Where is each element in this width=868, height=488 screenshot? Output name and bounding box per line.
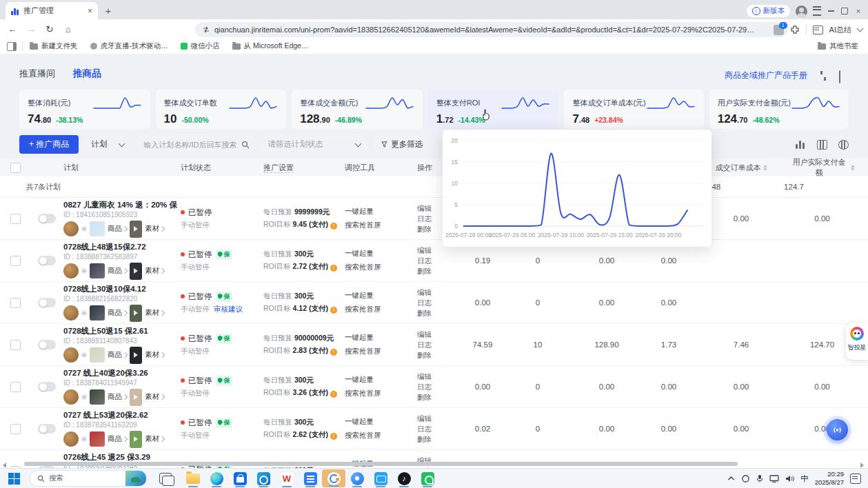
material-link[interactable]: 素材 <box>145 266 164 276</box>
new-tab-button[interactable]: + <box>101 3 116 18</box>
material-thumbnail[interactable] <box>130 389 142 406</box>
address-bar[interactable]: qianchuan.jinritemai.com/uni-prom?aavid=… <box>195 22 788 37</box>
assistant-widget[interactable]: 智投星 <box>846 323 868 360</box>
stat-card-3[interactable]: 整体支付ROI1.72-14.43% <box>428 90 559 129</box>
op-link[interactable]: 删除 <box>417 434 458 445</box>
back-button[interactable]: ← <box>6 23 19 35</box>
columns-icon[interactable] <box>817 140 827 150</box>
tool-link[interactable]: 搜索抢首屏 <box>345 347 417 356</box>
plan-toggle[interactable] <box>38 298 56 307</box>
browser-menu-icon[interactable] <box>813 6 821 16</box>
more-filters-button[interactable]: 更多筛选 <box>373 135 431 154</box>
taskbar-app-outlook[interactable] <box>252 469 275 488</box>
tool-link[interactable]: 一键起量 <box>345 375 417 385</box>
window-maximize-button[interactable] <box>840 7 849 15</box>
tool-link[interactable]: 搜索抢首屏 <box>345 389 417 398</box>
taskbar-app-browser-app[interactable] <box>345 469 369 488</box>
home-button[interactable]: ⌂ <box>62 23 74 35</box>
op-link[interactable]: 日志 <box>417 382 458 392</box>
tool-link[interactable]: 一键起量 <box>345 249 417 258</box>
product-link[interactable]: 商品 <box>108 308 127 318</box>
taskbar-app-qianchuan-app[interactable] <box>322 469 345 487</box>
tool-link[interactable]: 一键起量 <box>345 417 417 427</box>
stat-card-5[interactable]: 用户实际支付金额(元)124.70-48.62% <box>709 90 849 129</box>
search-icon[interactable] <box>241 141 250 149</box>
browser-tab[interactable]: 推广管理 × <box>6 2 98 19</box>
row-checkbox[interactable] <box>10 214 21 224</box>
product-thumbnail[interactable] <box>90 221 105 236</box>
op-link[interactable]: 日志 <box>417 424 458 434</box>
settings-sliders-icon[interactable] <box>818 71 828 81</box>
material-thumbnail[interactable] <box>130 347 142 364</box>
row-checkbox[interactable] <box>10 340 21 350</box>
product-thumbnail[interactable] <box>90 389 105 405</box>
tool-link[interactable]: 搜索抢首屏 <box>345 431 417 440</box>
taskbar-app-video-app[interactable] <box>369 469 392 488</box>
network-display-icon[interactable] <box>769 475 779 482</box>
product-thumbnail[interactable] <box>90 431 105 447</box>
other-bookmarks[interactable]: 其他书签 <box>818 41 868 51</box>
material-link[interactable]: 素材 <box>145 392 164 402</box>
ime-indicator[interactable]: 中 <box>800 474 809 484</box>
select-all-checkbox[interactable] <box>10 163 21 173</box>
row-checkbox[interactable] <box>10 298 21 308</box>
settings-icon[interactable] <box>838 140 849 150</box>
material-thumbnail[interactable] <box>130 431 142 448</box>
op-link[interactable]: 删除 <box>417 350 458 360</box>
taskbar-app-file-explorer[interactable] <box>181 469 205 488</box>
col-user-pay[interactable]: 用户实际支付金额 <box>789 157 855 178</box>
product-link[interactable]: 商品 <box>108 266 127 276</box>
ai-summary-label[interactable]: AI总结 <box>829 25 851 35</box>
bookmark-item[interactable]: 微信小店 <box>181 41 220 51</box>
material-thumbnail[interactable] <box>130 221 142 238</box>
taskbar-app-douyin[interactable]: ♪ <box>392 469 416 488</box>
taskbar-search[interactable]: 搜索 <box>30 470 147 487</box>
stat-card-0[interactable]: 整体消耗(元)74.80-38.13% <box>19 90 150 129</box>
material-thumbnail[interactable] <box>130 263 142 280</box>
product-manual-link[interactable]: 商品全域推广产品手册 <box>725 70 807 81</box>
plan-toggle[interactable] <box>38 214 56 223</box>
row-checkbox[interactable] <box>10 256 21 266</box>
product-thumbnail[interactable] <box>90 263 105 278</box>
fullscreen-icon[interactable] <box>839 71 849 81</box>
op-link[interactable]: 编辑 <box>417 414 458 424</box>
extension-icon[interactable]: 1 <box>774 25 784 35</box>
task-view-button[interactable] <box>159 473 172 484</box>
plan-toggle[interactable] <box>38 340 56 349</box>
plan-status-select[interactable]: 请筛选计划状态 <box>261 135 367 154</box>
op-link[interactable]: 编辑 <box>417 329 458 340</box>
promote-product-button[interactable]: + 推广商品 <box>19 135 79 154</box>
window-close-button[interactable]: × <box>854 7 862 15</box>
stat-card-4[interactable]: 整体成交订单成本(元)7.48+23.84% <box>564 90 703 129</box>
op-link[interactable]: 删除 <box>417 308 458 318</box>
window-minimize-button[interactable] <box>827 7 835 15</box>
op-link[interactable]: 删除 <box>417 266 458 276</box>
tab-products[interactable]: 推商品 <box>73 68 101 80</box>
tool-link[interactable]: 搜索抢首屏 <box>345 263 417 272</box>
product-link[interactable]: 商品 <box>108 434 127 444</box>
bookmark-item[interactable]: 虎牙直播-技术驱动… <box>90 41 168 51</box>
profile-avatar[interactable] <box>796 6 807 17</box>
material-link[interactable]: 素材 <box>145 434 164 444</box>
material-link[interactable]: 素材 <box>145 350 164 360</box>
forward-button[interactable]: → <box>25 23 37 35</box>
op-link[interactable]: 删除 <box>417 392 458 403</box>
stat-card-2[interactable]: 整体成交金额(元)128.90-46.89% <box>292 90 423 129</box>
op-link[interactable]: 日志 <box>417 340 458 350</box>
extensions-puzzle-icon[interactable] <box>790 25 800 34</box>
chevron-down-icon[interactable] <box>857 26 864 32</box>
product-thumbnail[interactable] <box>90 305 105 321</box>
tool-link[interactable]: 一键起量 <box>345 291 417 301</box>
taskbar-app-app-store[interactable] <box>228 469 252 488</box>
stat-card-1[interactable]: 整体成交订单数10-50.00% <box>156 90 287 129</box>
reload-button[interactable]: ↻ <box>43 23 56 35</box>
plan-toggle[interactable] <box>38 382 56 392</box>
material-link[interactable]: 素材 <box>145 224 164 234</box>
op-link[interactable]: 日志 <box>417 256 458 266</box>
bookmark-item[interactable]: 新建文件夹 <box>30 41 78 51</box>
plan-toggle[interactable] <box>38 424 56 434</box>
material-thumbnail[interactable] <box>130 305 142 322</box>
material-link[interactable]: 素材 <box>145 308 164 318</box>
tool-link[interactable]: 一键起量 <box>345 333 417 343</box>
search-input[interactable] <box>142 140 241 150</box>
